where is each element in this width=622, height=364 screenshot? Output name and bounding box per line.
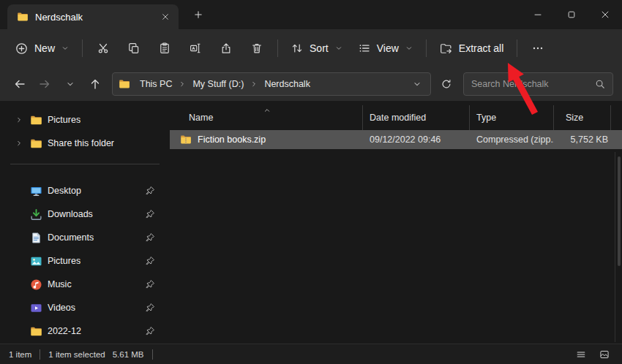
extract-all-icon	[440, 42, 452, 55]
close-button[interactable]	[588, 0, 622, 29]
up-button[interactable]	[84, 73, 106, 96]
extract-all-button[interactable]: Extract all	[432, 35, 512, 61]
thumbnails-view-button[interactable]	[596, 347, 613, 362]
new-tab-button[interactable]	[187, 4, 209, 26]
chevron-down-icon	[66, 80, 75, 88]
sidebar-item-pictures[interactable]: Pictures	[3, 249, 167, 273]
back-button[interactable]	[9, 73, 31, 96]
explorer-tab[interactable]: Nerdschalk	[7, 4, 179, 29]
sort-ascending-icon	[263, 107, 271, 114]
chevron-right-icon	[15, 140, 23, 147]
refresh-button[interactable]	[435, 73, 457, 96]
status-bar: 1 item 1 item selected 5.61 MB	[0, 344, 622, 364]
chevron-down-icon	[61, 45, 69, 52]
breadcrumb-nerdschalk[interactable]: Nerdschalk	[259, 75, 315, 94]
file-date-cell: 09/12/2022 09:46	[363, 134, 470, 145]
sidebar-item-2022-12[interactable]: 2022-12	[3, 319, 167, 343]
close-icon	[161, 12, 170, 21]
folder-icon	[119, 78, 130, 90]
cut-button[interactable]	[88, 35, 119, 61]
sidebar-item-label: Desktop	[48, 186, 81, 196]
forward-button[interactable]	[34, 73, 56, 96]
sidebar-item-share-this-folder[interactable]: Share this folder	[3, 132, 167, 155]
pin-icon	[145, 209, 155, 219]
recent-locations-button[interactable]	[59, 73, 81, 96]
vertical-scrollbar[interactable]	[615, 152, 622, 342]
file-rows: Fiction books.zip 09/12/2022 09:46 Compr…	[170, 130, 622, 344]
share-icon	[220, 42, 232, 54]
toolbar-separator	[426, 39, 427, 57]
tab-close-button[interactable]	[157, 8, 174, 26]
column-header-label: Size	[566, 113, 583, 123]
pin-icon	[145, 279, 155, 289]
plus-circle-icon	[15, 42, 28, 55]
more-options-button[interactable]	[522, 35, 553, 61]
chevron-spacer	[13, 255, 25, 267]
selection-count: 1 item selected	[48, 350, 105, 359]
sidebar-item-music[interactable]: Music	[3, 273, 167, 296]
minimize-icon	[533, 10, 543, 20]
share-button[interactable]	[211, 35, 241, 61]
music-icon	[30, 278, 42, 291]
column-header-label: Name	[189, 113, 213, 123]
column-header-label: Date modified	[370, 113, 426, 123]
scrollbar-thumb[interactable]	[618, 156, 621, 266]
address-dropdown-button[interactable]	[410, 77, 424, 91]
minimize-button[interactable]	[521, 0, 555, 29]
search-box	[463, 72, 613, 96]
copy-icon	[128, 42, 140, 54]
documents-icon	[30, 232, 42, 244]
folder-icon	[17, 11, 29, 23]
column-header-name[interactable]: Name	[170, 105, 363, 130]
delete-button[interactable]	[241, 35, 272, 61]
pin-icon	[145, 232, 155, 243]
breadcrumb-this-pc[interactable]: This PC	[135, 75, 177, 94]
file-list: Name Date modified Type Size Fiction boo…	[170, 101, 622, 344]
thumbnails-view-icon	[599, 349, 610, 360]
sidebar-item-label: Downloads	[48, 209, 93, 219]
column-header-size[interactable]: Size	[554, 105, 611, 130]
arrow-up-icon	[89, 78, 101, 90]
command-toolbar: New Sort View Extract all	[0, 29, 622, 67]
sort-button[interactable]: Sort	[283, 35, 351, 61]
sidebar-item-label: Documents	[48, 232, 94, 243]
breadcrumb-my-stuff-d[interactable]: My Stuff (D:)	[187, 75, 249, 94]
sidebar-item-label: 2022-12	[48, 326, 81, 336]
breadcrumb[interactable]: This PC My Stuff (D:) Nerdschalk	[112, 72, 431, 96]
toolbar-separator	[82, 39, 83, 57]
file-explorer-window: Nerdschalk New Sort	[0, 0, 622, 364]
copy-button[interactable]	[119, 35, 149, 61]
view-button[interactable]: View	[351, 35, 421, 61]
paste-button[interactable]	[149, 35, 180, 61]
new-button-label: New	[34, 42, 55, 54]
chevron-down-icon	[335, 45, 342, 52]
chevron-spacer	[13, 208, 25, 220]
rename-button[interactable]	[180, 35, 211, 61]
window-controls	[521, 0, 622, 29]
file-type-cell: Compressed (zipp...	[470, 134, 554, 145]
details-view-button[interactable]	[572, 347, 590, 362]
maximize-button[interactable]	[555, 0, 588, 29]
sidebar-item-documents[interactable]: Documents	[3, 226, 167, 249]
refresh-icon	[441, 79, 451, 89]
title-bar: Nerdschalk	[0, 0, 622, 29]
new-button[interactable]: New	[7, 35, 77, 61]
expand-chevron[interactable]	[13, 137, 25, 149]
sidebar-item-downloads[interactable]: Downloads	[3, 202, 167, 226]
sidebar-item-videos[interactable]: Videos	[3, 296, 167, 319]
search-input[interactable]	[471, 79, 589, 89]
sort-arrows-icon	[291, 42, 303, 54]
address-bar: This PC My Stuff (D:) Nerdschalk	[0, 67, 622, 101]
column-header-type[interactable]: Type	[470, 105, 554, 130]
column-header-date-modified[interactable]: Date modified	[363, 105, 470, 130]
sidebar-item-desktop[interactable]: Desktop	[3, 179, 167, 202]
sidebar-item-pictures-tree[interactable]: Pictures	[3, 108, 167, 132]
chevron-right-icon	[15, 116, 23, 124]
pictures-icon	[30, 255, 42, 268]
file-size-cell: 5,752 KB	[554, 134, 611, 145]
pin-icon	[145, 303, 155, 313]
file-row-fiction-books-zip[interactable]: Fiction books.zip 09/12/2022 09:46 Compr…	[170, 130, 622, 149]
sidebar-item-label: Share this folder	[48, 138, 114, 148]
expand-chevron[interactable]	[13, 114, 25, 126]
sort-button-label: Sort	[310, 42, 329, 54]
